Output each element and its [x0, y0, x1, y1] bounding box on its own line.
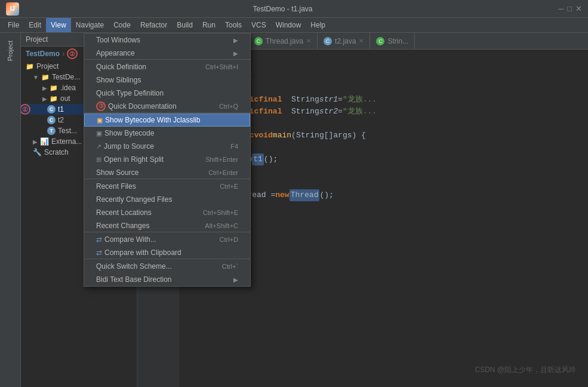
menu-item-quick-type-def[interactable]: Quick Type Definition	[84, 87, 250, 100]
kw-new2: new	[275, 189, 289, 201]
menu-item-label: Open in Right Split	[104, 155, 164, 164]
folder-icon-testdemo: 📁	[41, 73, 50, 81]
kw-final: final	[258, 94, 282, 106]
assign: =	[338, 94, 343, 106]
java-file-icon-test: T	[47, 127, 56, 135]
close-button[interactable]: ✕	[575, 4, 582, 13]
menu-item-label: Recent Files	[96, 182, 136, 191]
clipboard-icon: ⇄	[96, 248, 102, 257]
app-logo: IJ	[6, 2, 19, 16]
menu-item-label: Quick Definition	[96, 63, 146, 71]
tree-label-testdemo: TestDe...	[52, 73, 80, 81]
menu-bar: File Edit View Navigate Code Refactor Bu…	[0, 18, 588, 33]
menu-code[interactable]: Code	[109, 18, 136, 32]
menu-tools[interactable]: Tools	[220, 18, 247, 32]
menu-vcs[interactable]: VCS	[247, 18, 271, 32]
shortcut-label: Alt+Shift+C	[205, 222, 238, 229]
shortcut-label: Ctrl+D	[220, 236, 238, 243]
menu-navigate[interactable]: Navigate	[71, 18, 109, 32]
tab-icon-threadjava: C	[254, 37, 263, 45]
project-title: Project	[26, 35, 48, 44]
menu-item-show-bytecode-jclasslib[interactable]: ▣ Show Bytecode With Jclasslib	[84, 113, 250, 127]
window-title: TestDemo - t1.java	[253, 5, 312, 13]
menu-file[interactable]: File	[3, 18, 24, 32]
menu-item-recently-changed[interactable]: Recently Changed Files	[84, 193, 250, 206]
menu-item-show-bytecode[interactable]: ▣ Show Bytecode	[84, 127, 250, 140]
menu-help[interactable]: Help	[306, 18, 330, 32]
menu-item-label: Recent Locations	[96, 208, 152, 217]
annotation-2: ②	[67, 48, 78, 59]
tree-label-idea: .idea	[60, 84, 76, 92]
compare-icon: ⇄	[96, 235, 102, 244]
sidebar: Project	[0, 33, 21, 387]
menu-edit[interactable]: Edit	[24, 18, 46, 32]
menu-view[interactable]: View	[46, 18, 71, 32]
menu-build[interactable]: Build	[172, 18, 198, 32]
menu-item-quick-switch[interactable]: Quick Switch Scheme... Ctrl+`	[84, 260, 250, 273]
maximize-button[interactable]: □	[567, 4, 572, 13]
menu-item-compare-with[interactable]: ⇄ Compare With... Ctrl+D	[84, 233, 250, 246]
tab-t2java[interactable]: C t2.java ✕	[318, 33, 370, 49]
menu-item-recent-locations[interactable]: Recent Locations Ctrl+Shift+E	[84, 206, 250, 219]
menu-item-label: Show Siblings	[96, 76, 141, 84]
menu-item-quick-doc[interactable]: ③ Quick Documentation Ctrl+Q	[84, 100, 250, 113]
menu-item-appearance[interactable]: Appearance	[84, 47, 250, 60]
folder-icon-idea: 📁	[50, 84, 58, 92]
breadcrumb-separator: ›	[62, 50, 64, 58]
shortcut-label: Ctrl+`	[222, 263, 238, 270]
menu-run[interactable]: Run	[198, 18, 220, 32]
tab-close-threadjava[interactable]: ✕	[306, 38, 311, 44]
source-icon: ↗	[96, 143, 101, 150]
highlight-t1: t1	[252, 153, 264, 165]
kw-final2: final	[258, 106, 282, 118]
tab-close-t2java[interactable]: ✕	[359, 38, 364, 44]
main-args: (	[291, 130, 296, 142]
submenu-arrow-bidi	[233, 275, 238, 284]
menu-item-label: Appearance	[96, 49, 135, 57]
menu-item-jump-to-source[interactable]: ↗ Jump to Source F4	[84, 140, 250, 153]
menu-item-compare-clipboard[interactable]: ⇄ Compare with Clipboard	[84, 246, 250, 259]
arr-bracket: []	[324, 130, 334, 142]
shortcut-label: Ctrl+Q	[219, 103, 238, 110]
menu-item-open-right-split[interactable]: ⊞ Open in Right Split Shift+Enter	[84, 153, 250, 166]
menu-item-label: Compare With...	[104, 235, 156, 244]
shortcut-label: Ctrl+Shift+E	[203, 209, 238, 216]
annotation-1: ①	[21, 104, 30, 115]
shortcut-label: Ctrl+Shift+I	[205, 63, 238, 70]
type-string: String	[291, 94, 319, 106]
tree-label-project: Project	[36, 62, 59, 70]
menu-item-quick-definition[interactable]: Quick Definition Ctrl+Shift+I	[84, 60, 250, 73]
tree-label-out: out	[60, 94, 70, 103]
menu-item-label: Quick Documentation	[108, 102, 177, 110]
minimize-button[interactable]: ─	[558, 4, 564, 13]
thread-call: ();	[319, 189, 333, 201]
expand-icon-idea: ▶	[42, 85, 47, 91]
menu-item-label: Recently Changed Files	[96, 195, 172, 204]
space	[282, 94, 291, 106]
tree-label-t1: t1	[58, 105, 64, 113]
tab-string[interactable]: C Strin...	[370, 33, 415, 49]
tab-threadjava[interactable]: C Thread.java ✕	[248, 33, 318, 49]
folder-icon-out: 📁	[50, 95, 58, 103]
breadcrumb-testdemo[interactable]: TestDemo	[26, 50, 60, 58]
str-val1: "龙族...	[343, 94, 377, 106]
menu-item-tool-windows[interactable]: Tool Windows	[84, 33, 250, 47]
menu-item-show-siblings[interactable]: Show Siblings	[84, 73, 250, 87]
menu-item-label: Compare with Clipboard	[104, 248, 181, 257]
menu-window[interactable]: Window	[271, 18, 306, 32]
tree-label-scratch: Scratch	[44, 148, 69, 156]
sidebar-tab-project[interactable]: Project	[4, 36, 17, 66]
menu-item-label: Show Bytecode	[104, 129, 154, 137]
menu-item-bidi-text[interactable]: Bidi Text Base Direction	[84, 273, 250, 286]
view-menu-container: Tool Windows Appearance Quick Definition…	[84, 33, 251, 287]
menu-refactor[interactable]: Refactor	[136, 18, 172, 32]
scratch-icon: 🔧	[33, 148, 42, 156]
menu-item-recent-files[interactable]: Recent Files Ctrl+E	[84, 180, 250, 193]
varname-str2: str2	[319, 106, 338, 118]
java-file-icon-t2: C	[47, 116, 56, 124]
annotation-3-menu: ③	[96, 102, 106, 111]
menu-item-recent-changes[interactable]: Recent Changes Alt+Shift+C	[84, 219, 250, 232]
menu-item-show-source[interactable]: Show Source Ctrl+Enter	[84, 166, 250, 179]
title-bar: IJ TestDemo - t1.java ─ □ ✕	[0, 0, 588, 18]
tab-label-t2java: t2.java	[335, 37, 356, 45]
